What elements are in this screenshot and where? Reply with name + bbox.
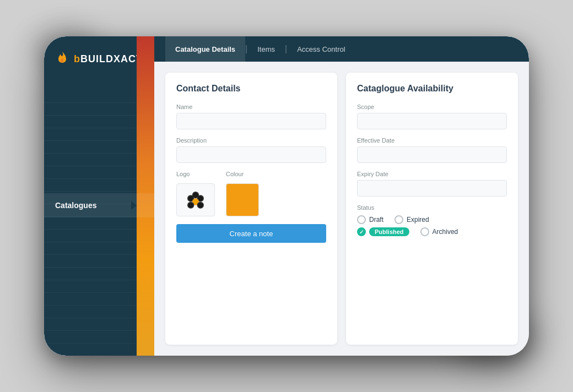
- logo-section: Logo: [176, 171, 215, 216]
- svg-point-6: [193, 193, 198, 198]
- status-published[interactable]: Published: [357, 227, 409, 236]
- sidebar-item-catalogues[interactable]: Catalogues: [44, 193, 154, 217]
- contact-details-title: Contact Details: [176, 84, 326, 94]
- catalogue-availability-panel: Cataglogue Availability Scope Effective …: [346, 73, 518, 345]
- status-row-2: Published Archived: [357, 227, 507, 236]
- expiry-date-label: Expiry Date: [357, 171, 507, 177]
- archived-radio[interactable]: [420, 227, 429, 236]
- status-archived[interactable]: Archived: [420, 227, 458, 236]
- description-label: Description: [176, 137, 326, 144]
- tab-items[interactable]: Items: [247, 36, 285, 62]
- tab-access-control[interactable]: Access Control: [287, 36, 355, 62]
- svg-point-9: [193, 199, 198, 204]
- svg-point-7: [188, 196, 193, 201]
- catalogue-availability-title: Cataglogue Availability: [357, 84, 507, 94]
- sidebar-stripe: [44, 102, 137, 356]
- scope-label: Scope: [357, 104, 507, 110]
- name-label: Name: [176, 104, 326, 110]
- effective-date-field: Effective Date: [357, 137, 507, 163]
- name-field: Name: [176, 104, 326, 129]
- top-nav: Catalogue Details | Items | Access Contr…: [154, 36, 529, 62]
- colour-preview[interactable]: [226, 183, 259, 216]
- published-badge: Published: [369, 227, 409, 236]
- honeycomb-icon: [183, 188, 208, 212]
- scope-field: Scope: [357, 104, 507, 129]
- logo-icon: [55, 52, 69, 66]
- colour-section: Colour: [226, 171, 259, 216]
- effective-date-input[interactable]: [357, 146, 507, 163]
- contact-details-panel: Contact Details Name Description Logo: [165, 73, 337, 345]
- svg-point-11: [198, 203, 203, 208]
- main-content: Catalogue Details | Items | Access Contr…: [154, 36, 529, 356]
- colour-label: Colour: [226, 171, 259, 177]
- status-section: Status Draft Expired: [357, 204, 507, 236]
- status-expired[interactable]: Expired: [394, 215, 429, 224]
- expiry-date-input[interactable]: [357, 180, 507, 197]
- logo-colour-row: Logo: [176, 171, 326, 216]
- expiry-date-field: Expiry Date: [357, 171, 507, 197]
- logo-text: bBUILDXACT: [74, 53, 143, 65]
- tab-catalogue-details[interactable]: Catalogue Details: [165, 36, 245, 62]
- sidebar: bBUILDXACT Catalogues: [44, 36, 154, 356]
- panels-area: Contact Details Name Description Logo: [154, 62, 529, 356]
- scope-input[interactable]: [357, 113, 507, 129]
- logo-label: Logo: [176, 171, 215, 177]
- name-input[interactable]: [176, 113, 326, 129]
- status-row-1: Draft Expired: [357, 215, 507, 224]
- description-input[interactable]: [176, 146, 326, 163]
- svg-point-10: [188, 203, 193, 208]
- description-field: Description: [176, 137, 326, 163]
- expired-radio[interactable]: [394, 215, 403, 224]
- draft-radio[interactable]: [357, 215, 366, 224]
- logo-preview: [176, 183, 215, 216]
- effective-date-label: Effective Date: [357, 137, 507, 144]
- create-note-button[interactable]: Create a note: [176, 224, 326, 243]
- status-label: Status: [357, 204, 507, 211]
- svg-point-8: [198, 196, 203, 201]
- status-draft[interactable]: Draft: [357, 215, 383, 224]
- published-radio[interactable]: [357, 227, 366, 236]
